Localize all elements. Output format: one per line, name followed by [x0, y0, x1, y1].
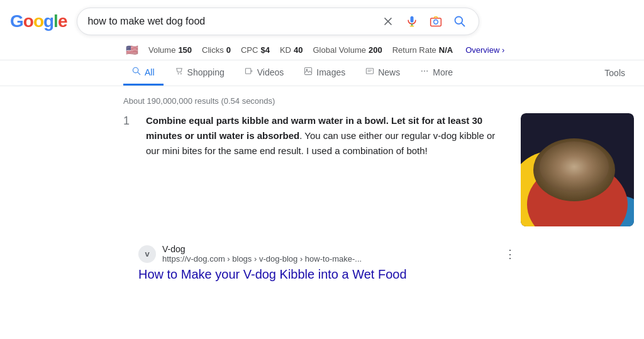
- nav-tabs: All Shopping Videos Images News More Too…: [0, 60, 644, 86]
- images-tab-icon: [304, 67, 313, 77]
- svg-rect-15: [367, 69, 374, 74]
- search-icons: [379, 13, 469, 30]
- result-title[interactable]: How to Make your V-dog Kibble into a Wet…: [138, 267, 407, 281]
- tools-button[interactable]: Tools: [596, 62, 634, 84]
- image-search-button[interactable]: [427, 13, 445, 30]
- logo-g1: G: [10, 11, 23, 31]
- svg-point-10: [180, 73, 181, 74]
- tab-videos[interactable]: Videos: [236, 60, 293, 86]
- source-url: https://v-dog.com › blogs › v-dog-blog ›…: [162, 254, 498, 264]
- svg-point-20: [426, 70, 428, 72]
- kd-metric: KD 40: [280, 45, 303, 55]
- tab-all[interactable]: All: [123, 60, 164, 86]
- metrics-bar: 🇺🇸 Volume 150 Clicks 0 CPC $4 KD 40 Glob…: [0, 40, 644, 60]
- header: Google how to make wet dog food: [0, 0, 644, 40]
- source-header: v V-dog https://v-dog.com › blogs › v-do…: [138, 244, 516, 264]
- svg-rect-11: [245, 69, 250, 74]
- svg-rect-0: [411, 16, 414, 23]
- global-volume-metric: Global Volume 200: [313, 45, 382, 55]
- snippet-number: 1: [123, 113, 136, 226]
- source-result: v V-dog https://v-dog.com › blogs › v-do…: [138, 236, 516, 290]
- microphone-icon: [406, 15, 418, 28]
- svg-line-6: [462, 23, 465, 26]
- source-menu-icon[interactable]: ⋮: [504, 247, 516, 261]
- logo-o1: o: [23, 11, 33, 31]
- videos-tab-icon: [245, 67, 253, 77]
- more-tab-icon: [420, 67, 429, 77]
- svg-point-9: [177, 73, 179, 74]
- tab-news[interactable]: News: [357, 60, 409, 86]
- svg-point-4: [434, 20, 438, 25]
- svg-rect-13: [305, 67, 312, 74]
- featured-snippet: 1 Combine equal parts kibble and warm wa…: [123, 113, 634, 236]
- svg-line-8: [138, 72, 140, 75]
- voice-search-button[interactable]: [403, 13, 421, 30]
- svg-marker-12: [251, 70, 252, 72]
- news-tab-icon: [365, 67, 374, 77]
- logo-o2: o: [33, 11, 43, 31]
- google-logo[interactable]: Google: [10, 11, 67, 31]
- tab-shopping[interactable]: Shopping: [166, 60, 233, 86]
- svg-point-18: [421, 70, 423, 72]
- search-bar: how to make wet dog food: [77, 8, 479, 35]
- search-tab-icon: [132, 67, 141, 77]
- logo-g2: g: [43, 11, 53, 31]
- svg-point-19: [424, 70, 425, 72]
- svg-point-7: [133, 67, 138, 72]
- search-button[interactable]: [451, 13, 469, 30]
- results-count: About 190,000,000 results (0.54 seconds): [123, 91, 634, 113]
- return-rate-metric: Return Rate N/A: [392, 45, 453, 55]
- snippet-image: [521, 113, 634, 226]
- cpc-metric: CPC $4: [241, 45, 270, 55]
- results-area: About 190,000,000 results (0.54 seconds)…: [0, 86, 644, 295]
- country-flag: 🇺🇸: [126, 44, 138, 56]
- tab-images[interactable]: Images: [295, 60, 354, 86]
- clear-button[interactable]: [379, 13, 397, 30]
- logo-e: e: [58, 11, 67, 31]
- camera-icon: [430, 15, 442, 28]
- overview-link[interactable]: Overview ›: [465, 45, 504, 55]
- source-info: V-dog https://v-dog.com › blogs › v-dog-…: [162, 244, 498, 264]
- source-favicon: v: [138, 245, 156, 263]
- shopping-tab-icon: [175, 67, 184, 77]
- volume-metric: Volume 150: [148, 45, 192, 55]
- close-icon: [382, 15, 394, 28]
- search-icon: [453, 15, 466, 28]
- logo-l: l: [53, 11, 58, 31]
- search-input[interactable]: how to make wet dog food: [87, 16, 374, 27]
- tab-more[interactable]: More: [411, 60, 462, 86]
- source-name: V-dog: [162, 244, 498, 254]
- tools-section: Tools: [596, 62, 634, 84]
- bowl-food: [533, 138, 615, 201]
- dog-food-bowl-image: [521, 113, 634, 226]
- clicks-metric: Clicks 0: [202, 45, 231, 55]
- snippet-text: Combine equal parts kibble and warm wate…: [146, 113, 511, 226]
